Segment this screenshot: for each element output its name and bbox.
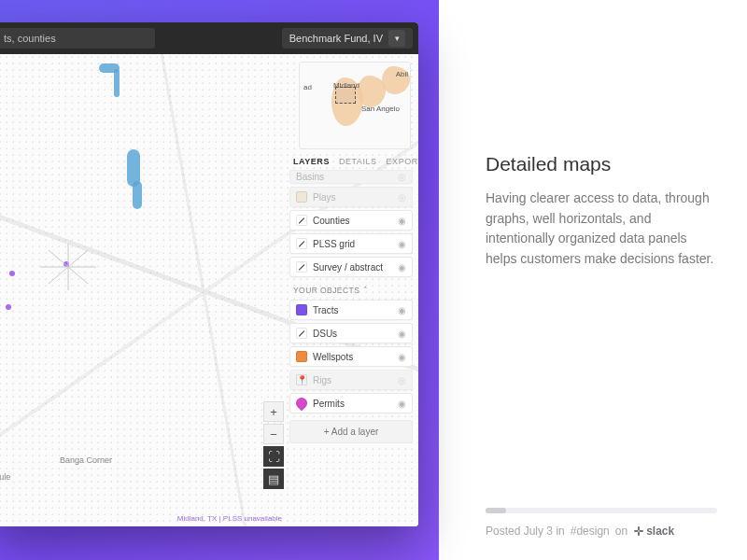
posted-channel[interactable]: #design	[571, 525, 610, 538]
water-shape	[133, 181, 142, 209]
article-footer: Posted July 3 in #design on slack	[486, 508, 717, 538]
layer-label: DSUs	[313, 329, 337, 339]
svg-line-5	[68, 267, 88, 284]
layer-label: Plays	[313, 192, 335, 203]
eye-off-icon[interactable]: ◎	[398, 192, 406, 203]
chevron-up-icon: ˄	[363, 286, 368, 295]
minimap-label: ad	[303, 83, 312, 91]
eye-icon[interactable]: ◉	[398, 399, 406, 409]
minimap-label: San Angelo	[361, 105, 400, 113]
layer-label: Permits	[313, 399, 345, 409]
zoom-out-button[interactable]: −	[263, 424, 284, 444]
minimap-label: Midland	[333, 81, 359, 90]
pin-icon: 📍	[296, 374, 307, 385]
svg-line-4	[49, 250, 68, 267]
section-label: YOUR OBJECTS	[293, 286, 359, 295]
chevron-down-icon: ▾	[388, 30, 405, 47]
add-layer-button[interactable]: + Add a layer	[289, 420, 413, 443]
gradient-panel: ts, counties Benchmark Fund, IV ▾	[0, 0, 439, 560]
app-window: ts, counties Benchmark Fund, IV ▾	[0, 22, 418, 526]
progress-bar[interactable]	[486, 508, 717, 513]
layer-row-dsus[interactable]: DSUs ◉	[289, 323, 413, 343]
swatch-icon	[296, 191, 307, 203]
swatch-icon	[296, 215, 307, 226]
layer-label: Survey / abstract	[313, 262, 383, 273]
minimap[interactable]: ad Midland Abil San Angelo	[299, 62, 411, 149]
layer-row-basins[interactable]: Basins ◎	[289, 170, 413, 184]
slack-icon	[633, 525, 644, 537]
article-body: Having clearer access to data, through g…	[486, 189, 717, 270]
map-place-label: Tule	[0, 472, 10, 482]
svg-line-6	[68, 250, 88, 267]
layer-label: Counties	[313, 216, 349, 226]
tab-details[interactable]: DETAILS	[339, 157, 377, 166]
layers-toggle-button[interactable]: ▤	[263, 469, 284, 489]
app-topbar: ts, counties Benchmark Fund, IV ▾	[0, 22, 418, 54]
posted-on: on	[615, 525, 627, 538]
swatch-icon	[296, 238, 307, 249]
minimap-label: Abil	[396, 70, 408, 78]
progress-fill	[486, 508, 506, 513]
svg-rect-9	[638, 532, 640, 537]
eye-icon[interactable]: ◉	[398, 216, 406, 226]
slack-word: slack	[646, 525, 674, 538]
map-canvas[interactable]: Banga Corner Tule ad Midland Abil San An…	[0, 54, 418, 526]
posted-line: Posted July 3 in #design on slack	[486, 525, 717, 538]
layer-row-tracts[interactable]: Tracts ◉	[289, 300, 413, 320]
app-main: Banga Corner Tule ad Midland Abil San An…	[0, 54, 418, 526]
layers-list: Basins ◎ Plays ◎ Counties ◉	[289, 170, 413, 443]
eye-icon[interactable]: ◉	[398, 262, 406, 273]
map-place-label: Banga Corner	[60, 455, 112, 465]
search-placeholder: ts, counties	[4, 33, 56, 44]
svg-line-7	[49, 267, 68, 284]
article-column: Detailed maps Having clearer access to d…	[439, 0, 747, 560]
layer-label: Wellspots	[313, 352, 353, 362]
swatch-icon	[296, 351, 307, 362]
layer-label: Tracts	[313, 305, 338, 315]
eye-off-icon[interactable]: ◎	[398, 172, 406, 182]
layer-row-plays[interactable]: Plays ◎	[289, 187, 413, 207]
well-dot	[6, 304, 11, 310]
well-horizontals-icon	[35, 239, 101, 295]
slack-logo[interactable]: slack	[633, 525, 674, 538]
eye-icon[interactable]: ◉	[398, 239, 406, 249]
tab-export[interactable]: EXPORT	[387, 157, 418, 166]
panel-tabs: LAYERS DETAILS EXPORT	[289, 155, 413, 170]
swatch-icon	[296, 304, 307, 315]
article-title: Detailed maps	[486, 153, 717, 175]
fund-select-value: Benchmark Fund, IV	[289, 33, 383, 44]
water-shape	[114, 69, 120, 97]
eye-icon[interactable]: ◉	[398, 352, 406, 362]
zoom-in-button[interactable]: +	[263, 401, 284, 422]
fund-select[interactable]: Benchmark Fund, IV ▾	[282, 28, 413, 49]
swatch-icon	[296, 261, 307, 273]
svg-rect-8	[638, 526, 640, 531]
layer-row-rigs[interactable]: 📍 Rigs ◎	[289, 370, 413, 390]
layer-label: Rigs	[313, 375, 331, 385]
swatch-icon	[296, 328, 307, 339]
section-your-objects[interactable]: YOUR OBJECTS ˄	[289, 280, 413, 297]
layer-row-wellspots[interactable]: Wellspots ◉	[289, 346, 413, 367]
layer-row-permits[interactable]: Permits ◉	[289, 393, 413, 413]
well-dot	[9, 271, 15, 276]
map-tools: + − ⛶ ▤	[263, 401, 284, 489]
eye-icon[interactable]: ◉	[398, 329, 406, 339]
eye-off-icon[interactable]: ◎	[398, 375, 406, 385]
pin-icon	[294, 396, 310, 412]
fullscreen-button[interactable]: ⛶	[263, 446, 284, 467]
layer-label: Basins	[296, 172, 324, 182]
layer-label: PLSS grid	[313, 239, 355, 249]
layer-row-survey[interactable]: Survey / abstract ◉	[289, 257, 413, 277]
eye-icon[interactable]: ◉	[398, 305, 406, 315]
layers-panel: LAYERS DETAILS EXPORT Basins ◎ Plays ◎	[289, 155, 413, 519]
svg-rect-11	[640, 530, 644, 532]
layer-row-counties[interactable]: Counties ◉	[289, 210, 413, 231]
search-input[interactable]: ts, counties	[0, 28, 155, 49]
tab-layers[interactable]: LAYERS	[293, 157, 330, 166]
layer-row-plss[interactable]: PLSS grid ◉	[289, 233, 413, 254]
posted-prefix: Posted July 3 in	[486, 525, 565, 538]
svg-rect-10	[634, 530, 639, 532]
map-status-footer: Midland, TX | PLSS unavailable	[177, 514, 282, 523]
